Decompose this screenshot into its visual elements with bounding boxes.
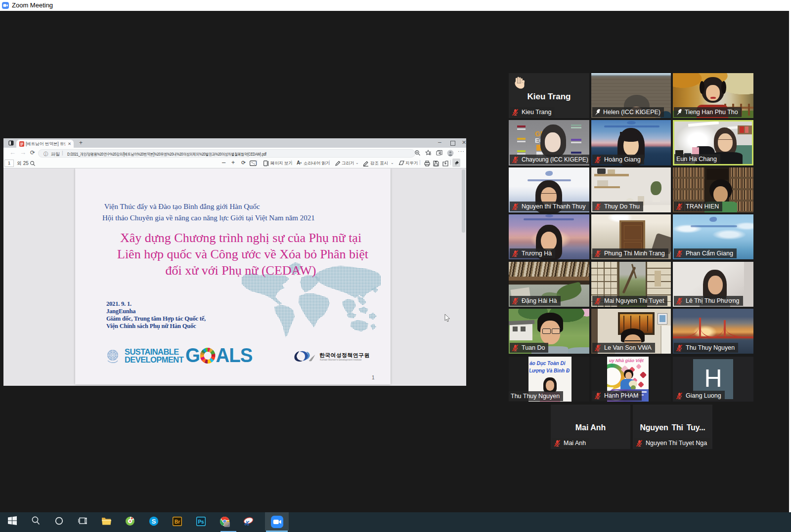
svg-text:S: S (152, 518, 156, 525)
svg-text:Ps: Ps (198, 519, 204, 525)
svg-text:Br: Br (175, 519, 180, 525)
